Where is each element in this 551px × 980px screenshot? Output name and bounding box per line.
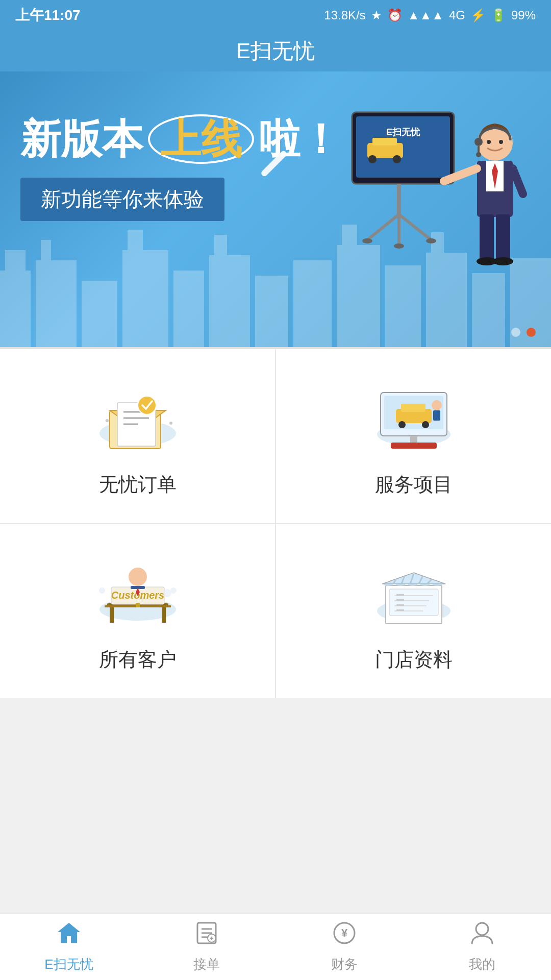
svg-rect-97 — [396, 604, 404, 606]
svg-rect-96 — [396, 599, 404, 601]
svg-rect-8 — [209, 255, 250, 347]
svg-rect-73 — [162, 607, 166, 623]
svg-point-64 — [422, 421, 429, 428]
service-icon — [363, 375, 465, 456]
svg-rect-62 — [401, 404, 425, 412]
banner-dot-2 — [527, 328, 536, 337]
svg-point-80 — [99, 587, 105, 594]
menu-label-services: 服务项目 — [375, 472, 453, 498]
svg-point-57 — [169, 422, 172, 425]
banner-dots — [511, 328, 536, 337]
svg-rect-38 — [496, 214, 510, 260]
banner-subtext: 新功能等你来体验 — [20, 178, 224, 221]
svg-marker-99 — [58, 923, 80, 943]
menu-item-orders[interactable]: 无忧订单 — [0, 349, 275, 523]
nav-item-profile[interactable]: 我的 — [413, 921, 551, 973]
nav-item-finance[interactable]: ¥ 财务 — [276, 921, 413, 973]
menu-label-customers: 所有客户 — [99, 647, 177, 673]
nav-label-finance: 财务 — [331, 955, 358, 973]
svg-point-56 — [106, 419, 109, 422]
svg-line-28 — [399, 214, 431, 240]
svg-point-40 — [493, 257, 513, 265]
battery-percent: 99% — [511, 8, 536, 22]
svg-rect-98 — [396, 609, 404, 611]
menu-label-orders: 无忧订单 — [99, 472, 177, 498]
nav-label-profile: 我的 — [469, 955, 495, 973]
empty-content-area — [0, 698, 551, 902]
banner-prefix: 新版本 — [20, 112, 143, 167]
svg-rect-95 — [396, 594, 404, 596]
svg-rect-9 — [214, 235, 227, 255]
app-title: E扫无忧 — [236, 37, 315, 65]
svg-point-30 — [362, 238, 372, 243]
svg-point-46 — [487, 140, 491, 144]
svg-point-32 — [394, 243, 404, 249]
banner-headline: 新版本 上线 啦！ — [20, 112, 341, 167]
customers-icon: Customers — [87, 550, 189, 631]
svg-point-45 — [476, 152, 481, 157]
svg-rect-10 — [255, 276, 288, 347]
battery-indicator: 🔋 — [491, 8, 506, 22]
svg-point-55 — [138, 396, 156, 414]
svg-rect-66 — [433, 410, 440, 421]
alarm-icon: ⏰ — [387, 8, 403, 22]
svg-point-109 — [476, 923, 488, 935]
profile-icon — [469, 921, 495, 951]
finance-icon: ¥ — [331, 921, 358, 951]
banner: 新版本 上线 啦！ 新功能等你来体验 E扫无忧 — [0, 71, 551, 347]
svg-rect-6 — [128, 230, 143, 250]
svg-rect-5 — [122, 250, 168, 347]
svg-point-82 — [163, 589, 171, 597]
status-time: 上午11:07 — [15, 6, 81, 25]
network-speed: 13.8K/s — [324, 8, 365, 22]
svg-rect-7 — [173, 271, 204, 347]
svg-rect-67 — [410, 436, 417, 444]
bluetooth-icon: ★ — [371, 8, 382, 22]
svg-point-47 — [499, 140, 503, 144]
svg-point-31 — [426, 238, 436, 243]
svg-rect-90 — [389, 589, 438, 616]
svg-rect-25 — [372, 138, 397, 145]
banner-highlight: 上线 — [148, 114, 254, 164]
menu-item-store[interactable]: 门店资料 — [276, 524, 551, 698]
svg-point-63 — [398, 421, 406, 428]
banner-dot-1 — [511, 328, 520, 337]
banner-illustration: E扫无忧 — [321, 102, 536, 306]
svg-rect-1 — [5, 250, 26, 271]
svg-text:¥: ¥ — [341, 926, 348, 939]
svg-line-42 — [513, 168, 523, 194]
nav-label-home: E扫无忧 — [44, 955, 93, 973]
menu-grid: 无忧订单 服务项目 — [0, 349, 551, 698]
bottom-navigation: E扫无忧 接单 ¥ 财务 — [0, 914, 551, 980]
orders-nav-icon — [193, 921, 220, 951]
home-icon — [56, 921, 82, 951]
svg-rect-76 — [136, 603, 140, 607]
nav-label-orders: 接单 — [193, 955, 220, 973]
nav-item-home[interactable]: E扫无忧 — [0, 921, 138, 973]
svg-rect-68 — [391, 443, 437, 449]
svg-point-43 — [474, 138, 483, 146]
menu-label-store: 门店资料 — [375, 647, 453, 673]
order-icon — [87, 375, 189, 456]
lightning-icon: ⚡ — [470, 8, 486, 22]
store-icon — [363, 550, 465, 631]
network-type: 4G — [449, 8, 465, 22]
signal-icon: ▲▲▲ — [408, 8, 444, 22]
svg-rect-4 — [82, 281, 117, 347]
svg-point-65 — [432, 400, 442, 410]
svg-rect-37 — [480, 214, 494, 260]
svg-point-23 — [368, 155, 377, 163]
menu-item-customers[interactable]: Customers 所有客户 — [0, 524, 275, 698]
svg-text:E扫无忧: E扫无忧 — [386, 127, 420, 137]
svg-rect-2 — [36, 260, 77, 347]
banner-content: 新版本 上线 啦！ 新功能等你来体验 — [20, 112, 341, 221]
svg-rect-0 — [0, 271, 31, 347]
svg-point-77 — [129, 568, 147, 586]
svg-rect-72 — [110, 607, 114, 623]
menu-item-services[interactable]: 服务项目 — [276, 349, 551, 523]
svg-line-27 — [367, 214, 399, 240]
svg-rect-3 — [41, 240, 51, 260]
app-header: E扫无忧 — [0, 31, 551, 71]
nav-item-orders[interactable]: 接单 — [138, 921, 276, 973]
svg-rect-26 — [397, 184, 401, 214]
